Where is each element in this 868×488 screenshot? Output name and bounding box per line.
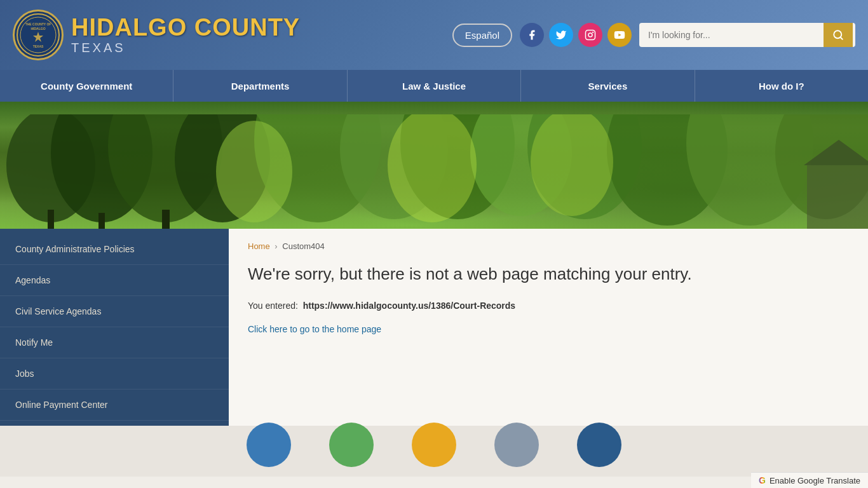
hero-trees-svg bbox=[0, 114, 868, 229]
footer-icon-5[interactable] bbox=[577, 423, 621, 467]
translate-bar[interactable]: G Enable Google Translate bbox=[751, 472, 868, 488]
sidebar-item-payment-center[interactable]: Online Payment Center bbox=[0, 390, 229, 421]
facebook-icon[interactable] bbox=[520, 23, 544, 47]
svg-point-7 bbox=[588, 33, 592, 37]
svg-rect-18 bbox=[162, 210, 170, 229]
search-icon bbox=[832, 29, 844, 41]
sidebar-item-jobs[interactable]: Jobs bbox=[0, 358, 229, 390]
sidebar: County Administrative Policies Agendas C… bbox=[0, 229, 229, 426]
svg-text:TEXAS: TEXAS bbox=[33, 44, 44, 48]
nav-county-government[interactable]: County Government bbox=[0, 70, 173, 102]
twitter-icon[interactable] bbox=[549, 23, 573, 47]
main-content: Home › Custom404 We're sorry, but there … bbox=[229, 229, 868, 426]
social-icons bbox=[520, 23, 632, 47]
svg-rect-30 bbox=[807, 165, 868, 229]
breadcrumb: Home › Custom404 bbox=[248, 241, 849, 251]
logo-area: THE COUNTY OF HIDALGO TEXAS HIDALGO COUN… bbox=[13, 10, 300, 60]
breadcrumb-home-link[interactable]: Home bbox=[248, 241, 270, 251]
nav-departments[interactable]: Departments bbox=[173, 70, 347, 102]
youtube-icon[interactable] bbox=[607, 23, 632, 47]
svg-rect-17 bbox=[98, 213, 105, 229]
footer-icon-1[interactable] bbox=[247, 423, 291, 467]
svg-rect-16 bbox=[48, 210, 54, 229]
nav-how-do-i[interactable]: How do I? bbox=[695, 70, 868, 102]
header-right: Español bbox=[452, 23, 855, 47]
sidebar-item-civil-agendas[interactable]: Civil Service Agendas bbox=[0, 296, 229, 327]
translate-label: Enable Google Translate bbox=[770, 476, 860, 485]
sidebar-item-agendas[interactable]: Agendas bbox=[0, 265, 229, 296]
site-header: THE COUNTY OF HIDALGO TEXAS HIDALGO COUN… bbox=[0, 0, 868, 70]
error-heading: We're sorry, but there is not a web page… bbox=[248, 264, 849, 285]
you-entered-label: You entered: bbox=[248, 301, 298, 311]
footer-icon-3[interactable] bbox=[412, 423, 456, 467]
instagram-icon[interactable] bbox=[578, 23, 602, 47]
main-nav: County Government Departments Law & Just… bbox=[0, 70, 868, 102]
svg-point-8 bbox=[592, 32, 593, 33]
you-entered-text: You entered: https://www.hidalgocounty.u… bbox=[248, 301, 849, 311]
google-translate-icon: G bbox=[759, 475, 766, 485]
hero-banner bbox=[0, 102, 868, 229]
entered-url: https://www.hidalgocounty.us/1386/Court-… bbox=[303, 301, 515, 311]
nav-law-justice[interactable]: Law & Justice bbox=[348, 70, 521, 102]
sidebar-item-admin-policies[interactable]: County Administrative Policies bbox=[0, 234, 229, 265]
footer-icons-area bbox=[0, 426, 868, 477]
breadcrumb-current: Custom404 bbox=[282, 241, 324, 251]
logo-subtitle: TEXAS bbox=[71, 41, 300, 55]
logo-text: HIDALGO COUNTY TEXAS bbox=[71, 15, 300, 56]
footer-icon-4[interactable] bbox=[494, 423, 539, 467]
search-button[interactable] bbox=[824, 23, 853, 47]
espanol-button[interactable]: Español bbox=[452, 24, 512, 47]
sidebar-item-notify-me[interactable]: Notify Me bbox=[0, 327, 229, 358]
search-bar bbox=[639, 23, 855, 47]
svg-rect-6 bbox=[586, 30, 595, 40]
county-seal: THE COUNTY OF HIDALGO TEXAS bbox=[13, 10, 64, 60]
svg-text:THE COUNTY OF: THE COUNTY OF bbox=[25, 22, 51, 26]
content-area: County Administrative Policies Agendas C… bbox=[0, 229, 868, 426]
logo-title: HIDALGO COUNTY bbox=[71, 15, 300, 41]
svg-line-11 bbox=[840, 37, 842, 39]
breadcrumb-separator: › bbox=[275, 241, 277, 251]
footer-icon-2[interactable] bbox=[329, 423, 374, 467]
search-input[interactable] bbox=[639, 24, 824, 46]
svg-text:HIDALGO: HIDALGO bbox=[31, 27, 45, 30]
nav-services[interactable]: Services bbox=[521, 70, 695, 102]
svg-point-27 bbox=[216, 121, 292, 222]
home-page-link[interactable]: Click here to go to the home page bbox=[248, 324, 381, 334]
